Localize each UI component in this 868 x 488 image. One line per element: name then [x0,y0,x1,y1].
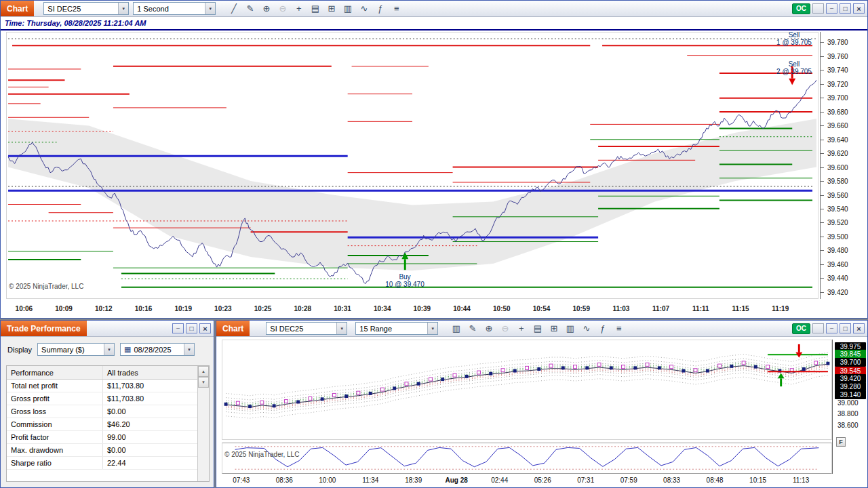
table-scrollbar[interactable] [197,366,209,481]
minimize-button[interactable] [826,323,837,333]
zoom-in-icon[interactable]: ⊕ [260,3,272,14]
display-label: Display [7,346,32,354]
oc-button[interactable]: OC [792,3,810,14]
pencil-icon[interactable]: ✎ [467,323,478,334]
bar-type-icon[interactable]: ▥ [564,323,576,334]
close-button[interactable] [853,3,865,14]
chevron-down-icon [205,3,215,14]
y-axis-label: 39.700 [827,94,848,102]
x-axis-label: 11:34 [362,476,378,484]
time-display: Time: Thursday, 08/28/2025 11:21:04 AM [1,17,867,30]
window-controls: OC [792,3,865,14]
price-axis[interactable]: 39.97539.84539.70039.54539.42039.28039.1… [832,340,867,474]
scroll-up-button[interactable] [198,366,209,377]
zigzag-icon[interactable]: ∿ [358,3,370,14]
x-axis-label: 10:00 [319,476,336,484]
x-axis-label: 10:06 [16,305,33,312]
table-row[interactable]: Total net profit$11,703.80 [7,380,197,392]
copy-icon[interactable]: ▤ [532,323,543,334]
chevron-down-icon [104,344,114,355]
x-axis-label: 11:03 [612,305,629,312]
zoom-out-icon[interactable]: ⊖ [499,323,511,334]
oc-button[interactable]: OC [792,323,810,334]
table-row[interactable]: Profit factor99.00 [7,431,197,444]
maximize-button[interactable] [840,3,851,14]
time-axis[interactable]: 10:0610:0910:1210:1610:1910:2310:2510:28… [6,302,818,315]
interval-select[interactable]: 15 Range [355,322,438,335]
price-axis[interactable]: 39.78039.76039.74039.72039.70039.68039.6… [820,32,867,299]
x-axis-label: 10:23 [214,305,232,312]
window-title: Chart [216,321,250,336]
y-axis-label: 39.600 [827,164,848,171]
chart-window: Chart SI DEC25 1 Second ╱✎⊕⊖+▤⊞▥∿ƒ≡ OC T… [0,0,868,319]
trade-performance-titlebar[interactable]: Trade Performance [1,321,214,337]
copy-icon[interactable]: ▤ [309,3,321,14]
y-axis-label: 39.560 [827,192,848,199]
trendline-icon[interactable]: ╱ [228,3,239,14]
table-row[interactable]: Commission$46.20 [7,418,197,431]
instrument-value: SI DEC25 [47,5,81,13]
maximize-button[interactable] [840,323,851,333]
minimize-button[interactable] [172,323,184,333]
pencil-icon[interactable]: ✎ [244,3,256,14]
y-axis-label: 39.620 [827,150,848,157]
table-row[interactable]: Sharpe ratio22.44 [7,457,197,470]
y-axis-label: 39.780 [827,39,848,46]
interval-select[interactable]: 1 Second [133,2,216,15]
close-button[interactable] [853,323,865,333]
instrument-select[interactable]: SI DEC25 [266,322,347,335]
price-marker: 39.700 [835,358,866,367]
x-axis-label: 10:12 [95,305,113,312]
oscillator-canvas[interactable] [222,443,832,474]
x-axis-label: 10:44 [453,305,471,312]
main-chart-canvas[interactable] [6,32,818,299]
properties-icon[interactable]: ≡ [613,323,625,334]
table-header[interactable]: Performance [7,366,103,379]
order-grid-icon[interactable]: ⊞ [548,323,559,334]
close-button[interactable] [199,323,211,333]
table-header[interactable]: All trades [103,369,197,377]
properties-icon[interactable]: ≡ [391,3,402,14]
secondary-chart-area[interactable]: 39.97539.84539.70039.54539.42039.28039.1… [216,337,867,487]
indicator-icon[interactable]: ƒ [597,323,608,334]
window-menu-button[interactable] [812,3,824,14]
y-axis-label: 39.420 [827,289,848,296]
focus-button[interactable]: F [836,437,846,447]
display-select[interactable]: Summary ($) [37,343,115,356]
zoom-out-icon[interactable]: ⊖ [277,3,288,14]
secondary-chart-canvas[interactable] [222,340,832,440]
zigzag-icon[interactable]: ∿ [580,323,592,334]
main-chart-area[interactable]: 39.78039.76039.74039.72039.70039.68039.6… [1,30,867,318]
calendar-icon [124,345,131,354]
x-axis-label: 08:48 [707,476,724,484]
x-axis-label: Aug 28 [446,476,468,484]
bar-type-icon[interactable]: ▥ [342,3,353,14]
window-menu-button[interactable] [812,323,824,333]
y-axis-label: 38.600 [835,421,866,430]
table-row[interactable]: Max. drawdown$0.00 [7,444,197,457]
table-row[interactable]: Gross profit$11,703.80 [7,392,197,405]
y-axis-label: 39.520 [827,219,848,226]
price-marker: 39.280 [835,382,866,391]
chart-bars-icon[interactable]: ▥ [450,323,462,334]
chart-window-titlebar[interactable]: Chart SI DEC25 15 Range ▥✎⊕⊖+▤⊞▥∿ƒ≡ OC [216,321,867,337]
x-axis-label: 08:36 [276,476,293,484]
scroll-down-button[interactable] [198,377,209,388]
time-axis[interactable]: 07:4308:3610:0011:3418:39Aug 2802:4405:2… [222,475,832,486]
x-axis-label: 10:28 [294,305,312,312]
y-axis-label: 39.500 [827,233,848,241]
maximize-button[interactable] [186,323,197,333]
crosshair-icon[interactable]: + [515,323,527,334]
order-grid-icon[interactable]: ⊞ [326,3,337,14]
crosshair-icon[interactable]: + [293,3,304,14]
date-picker[interactable]: 08/28/2025 [120,343,195,356]
window-title: Chart [1,1,34,16]
chart-window-titlebar[interactable]: Chart SI DEC25 1 Second ╱✎⊕⊖+▤⊞▥∿ƒ≡ OC [1,1,867,17]
zoom-in-icon[interactable]: ⊕ [483,323,494,334]
minimize-button[interactable] [826,3,837,14]
x-axis-label: 07:59 [620,476,637,484]
instrument-select[interactable]: SI DEC25 [43,2,129,15]
x-axis-label: 10:54 [533,305,551,312]
table-row[interactable]: Gross loss$0.00 [7,405,197,418]
indicator-icon[interactable]: ƒ [374,3,386,14]
